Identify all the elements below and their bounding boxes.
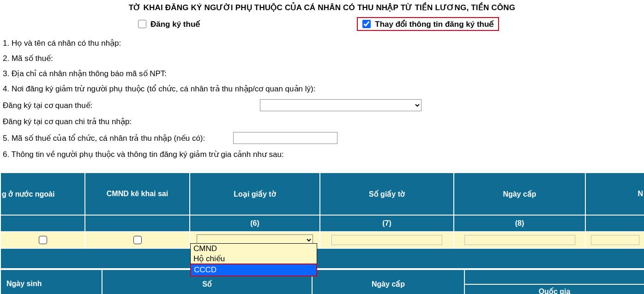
cmnd-wrong-checkbox[interactable] bbox=[133, 236, 142, 244]
change-info-checkbox[interactable] bbox=[362, 20, 371, 28]
data-doc-number-cell bbox=[320, 232, 454, 248]
issue-date-input[interactable] bbox=[464, 235, 575, 245]
field-5-label: 5. Mã số thuế của tổ chức, cá nhân trả t… bbox=[3, 133, 205, 143]
data-foreign-cell bbox=[0, 232, 85, 248]
dropdown-option-passport[interactable]: Hộ chiếu bbox=[191, 254, 317, 264]
partial-input[interactable] bbox=[591, 235, 639, 245]
col2-issue-date: Ngày cấp bbox=[312, 270, 464, 294]
registration-type-row: Đăng ký thuế Thay đổi thông tin đăng ký … bbox=[0, 16, 644, 36]
data-issue-date-cell bbox=[454, 232, 585, 248]
register-checkbox-label: Đăng ký thuế bbox=[150, 19, 200, 29]
field-income-payer: Đăng ký tại cơ quan chi trả thu nhập: bbox=[0, 114, 644, 129]
register-checkbox-group[interactable]: Đăng ký thuế bbox=[136, 18, 200, 30]
register-checkbox[interactable] bbox=[138, 20, 146, 28]
form-title: TỜ KHAI ĐĂNG KÝ NGƯỜI PHỤ THUỘC CỦA CÁ N… bbox=[0, 0, 644, 16]
data-cmnd-wrong-cell bbox=[85, 232, 190, 248]
col-doc-type: Loại giấy tờ bbox=[190, 173, 320, 215]
num-cell-blank-c bbox=[585, 215, 644, 232]
col-cmnd-wrong: CMND kê khai sai bbox=[85, 173, 190, 215]
tax-agency-select[interactable] bbox=[260, 99, 421, 111]
field-tax-agency-label: Đăng ký tại cơ quan thuế: bbox=[3, 101, 92, 110]
field-2-tax-code: 2. Mã số thuế: bbox=[0, 51, 644, 66]
field-tax-agency-row: Đăng ký tại cơ quan thuế: bbox=[0, 96, 644, 114]
col-issue-date: Ngày cấp bbox=[454, 173, 585, 215]
dropdown-option-cccd[interactable]: CCCD bbox=[191, 264, 316, 276]
change-info-checkbox-label: Thay đổi thông tin đăng ký thuế bbox=[375, 19, 494, 29]
field-6-dependent-info: 6. Thông tin về người phụ thuộc và thông… bbox=[0, 147, 644, 162]
dropdown-option-cmnd[interactable]: CMND bbox=[191, 244, 317, 254]
col-partial: N bbox=[585, 173, 644, 215]
dropdown-option-cccd-highlight: CCCD bbox=[190, 264, 317, 276]
change-info-highlight-box: Thay đổi thông tin đăng ký thuế bbox=[357, 17, 499, 31]
foreign-checkbox[interactable] bbox=[39, 236, 47, 244]
spacer-row bbox=[0, 248, 644, 269]
dependent-table-2: Ngày sinh Số Ngày cấp Quốc gia (16) (17)… bbox=[0, 269, 644, 294]
doc-number-input[interactable] bbox=[331, 235, 442, 245]
col-foreign: g ở nước ngoài bbox=[0, 173, 85, 215]
field-5-org-tax-code-row: 5. Mã số thuế của tổ chức, cá nhân trả t… bbox=[0, 129, 644, 147]
num-cell-8: (8) bbox=[454, 215, 585, 232]
col2-dob: Ngày sinh bbox=[0, 270, 102, 294]
dependent-table-1: g ở nước ngoài CMND kê khai sai Loại giấ… bbox=[0, 172, 644, 269]
num-cell-6: (6) bbox=[190, 215, 320, 232]
col-doc-number: Số giấy tờ bbox=[320, 173, 454, 215]
org-tax-code-input[interactable] bbox=[233, 132, 337, 144]
field-1-name: 1. Họ và tên cá nhân có thu nhập: bbox=[0, 36, 644, 51]
doc-type-dropdown[interactable]: CMND Hộ chiếu CCCD bbox=[190, 243, 317, 276]
field-4-register-place: 4. Nơi đăng ký giảm trừ người phụ thuộc … bbox=[0, 81, 644, 96]
num-cell-blank-b bbox=[85, 215, 190, 232]
num-cell-blank-a bbox=[0, 215, 85, 232]
table-area: g ở nước ngoài CMND kê khai sai Loại giấ… bbox=[0, 172, 644, 294]
num-cell-7: (7) bbox=[320, 215, 454, 232]
data-partial-cell bbox=[585, 232, 644, 248]
col2-country: Quốc gia bbox=[464, 284, 644, 294]
col2-blank-top bbox=[464, 270, 644, 284]
field-3-address: 3. Địa chỉ cá nhân nhận thông báo mã số … bbox=[0, 66, 644, 81]
